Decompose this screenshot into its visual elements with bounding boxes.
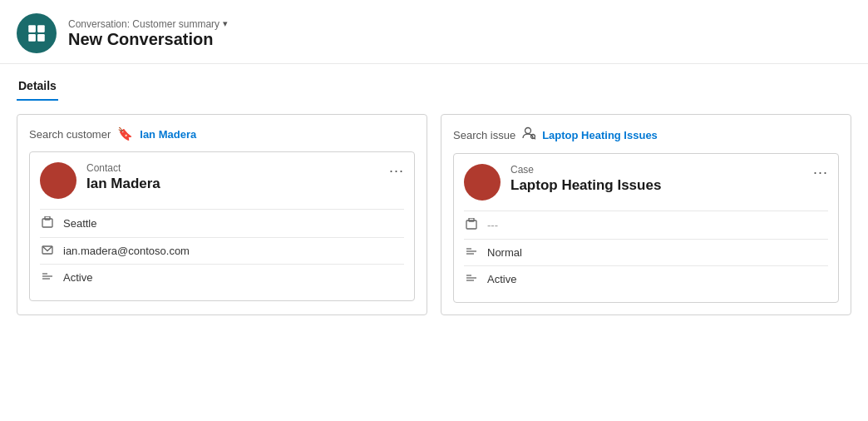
issue-status-field: Active <box>464 265 828 292</box>
customer-status-value: Active <box>63 271 92 284</box>
svg-rect-2 <box>28 34 36 42</box>
customer-email-value: ian.madera@contoso.com <box>63 245 190 257</box>
customer-email-field: ian.madera@contoso.com <box>40 237 404 264</box>
issue-location-value: --- <box>487 219 498 231</box>
issue-search-label: Search issue <box>453 129 515 141</box>
issue-avatar <box>464 164 501 201</box>
issue-card-header: Case Laptop Heating Issues ··· <box>464 164 828 201</box>
chevron-down-icon[interactable]: ▾ <box>223 18 228 29</box>
main-content: Search customer 🔖 Ian Madera Contact Ian… <box>0 101 868 329</box>
issue-search-value[interactable]: Laptop Heating Issues <box>542 129 658 141</box>
app-header: Conversation: Customer summary ▾ New Con… <box>0 0 868 64</box>
avatar <box>40 162 76 199</box>
tab-details[interactable]: Details <box>17 74 58 101</box>
email-icon <box>40 245 55 257</box>
page-title: New Conversation <box>68 30 228 49</box>
customer-search-row: Search customer 🔖 Ian Madera <box>29 126 415 141</box>
subtitle-text: Conversation: Customer summary <box>68 18 219 30</box>
issue-priority-icon <box>464 246 479 259</box>
customer-card-more-button[interactable]: ··· <box>389 162 404 180</box>
customer-card-info: Contact Ian Madera <box>86 162 389 192</box>
issue-card-name: Laptop Heating Issues <box>510 177 813 194</box>
location-icon <box>40 216 55 230</box>
status-icon <box>40 271 55 284</box>
header-subtitle: Conversation: Customer summary ▾ <box>68 18 228 30</box>
issue-priority-value: Normal <box>487 246 522 259</box>
customer-card: Contact Ian Madera ··· Seattle <box>29 151 415 301</box>
customer-status-field: Active <box>40 264 404 290</box>
issue-panel: Search issue Laptop Heating Issues Case … <box>441 114 851 315</box>
customer-search-value[interactable]: Ian Madera <box>140 128 196 141</box>
customer-card-header: Contact Ian Madera ··· <box>40 162 404 199</box>
issue-card-info: Case Laptop Heating Issues <box>510 164 813 194</box>
customer-location-value: Seattle <box>63 217 96 230</box>
issue-status-value: Active <box>487 273 516 285</box>
svg-rect-5 <box>45 216 50 220</box>
svg-rect-0 <box>28 25 36 32</box>
issue-priority-field: Normal <box>464 239 828 265</box>
issue-card-type: Case <box>510 164 813 176</box>
person-search-icon <box>522 126 535 143</box>
issue-card-more-button[interactable]: ··· <box>813 164 828 181</box>
svg-line-12 <box>535 138 535 140</box>
svg-point-10 <box>525 128 531 134</box>
issue-search-row: Search issue Laptop Heating Issues <box>453 126 839 143</box>
customer-card-type: Contact <box>86 162 389 174</box>
issue-location-icon <box>464 218 479 232</box>
customer-panel: Search customer 🔖 Ian Madera Contact Ian… <box>17 114 427 315</box>
bookmark-icon: 🔖 <box>117 126 133 141</box>
issue-status-icon <box>464 273 479 285</box>
customer-location-field: Seattle <box>40 209 404 237</box>
app-logo <box>17 13 57 53</box>
header-text-block: Conversation: Customer summary ▾ New Con… <box>68 18 228 49</box>
tabs-bar: Details <box>0 74 868 101</box>
svg-rect-14 <box>469 218 474 221</box>
svg-rect-1 <box>37 25 45 32</box>
issue-card: Case Laptop Heating Issues ··· --- <box>453 153 839 303</box>
customer-card-name: Ian Madera <box>86 176 389 192</box>
issue-location-field: --- <box>464 210 828 239</box>
customer-search-label: Search customer <box>29 128 111 141</box>
svg-rect-3 <box>37 34 45 42</box>
